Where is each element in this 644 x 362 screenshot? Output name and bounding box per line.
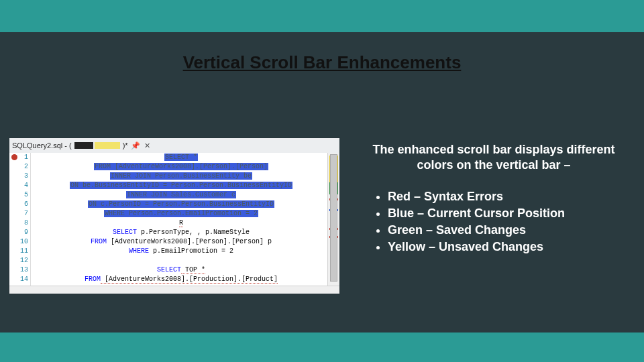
slide-title: Vertical Scroll Bar Enhancements (183, 52, 462, 73)
tab-redaction-highlight (95, 142, 120, 149)
info-panel: The enhanced scroll bar displays differe… (353, 138, 635, 333)
code-text: INNER JOIN Person.BusinessEntity be (110, 172, 252, 180)
code-kw: SELECT (113, 229, 137, 236)
line-number: 13 (19, 265, 30, 275)
code-kw: FROM (85, 276, 101, 283)
line-number: 3 (19, 172, 30, 181)
code-text: INNER JOIN Sales.Customer c (126, 191, 236, 198)
code-area[interactable]: SELECT * FROM [AdventureWorks2008].[Pers… (31, 153, 327, 286)
editor-panel: SQLQuery2.sql - ( )* 📌 ✕ ⇳ 1 2 3 4 5 6 7… (9, 138, 339, 294)
line-number: 9 (19, 228, 30, 237)
main-row: SQLQuery2.sql - ( )* 📌 ✕ ⇳ 1 2 3 4 5 6 7… (0, 138, 644, 333)
legend-item-green: Green – Saved Changes (388, 223, 635, 237)
line-number: 7 (19, 209, 30, 219)
editor-tabbar: SQLQuery2.sql - ( )* 📌 ✕ (9, 138, 339, 153)
horizontal-scrollbar[interactable] (9, 286, 339, 294)
tab-redaction (74, 142, 93, 149)
code-text: [AdventureWorks2008].[Production].[Produ… (101, 276, 278, 284)
code-text: WHERE Person.Person.EmailPromotion = 2 (104, 210, 258, 217)
code-text: FROM [AdventureWorks2008].[Person].[Pers… (94, 163, 268, 170)
editor-body: ⇳ 1 2 3 4 5 6 7 8 9 10 11 12 13 14 (9, 153, 339, 286)
line-number: 14 (19, 275, 30, 284)
code-text: TOP * (181, 266, 205, 274)
line-number: 8 (19, 219, 30, 228)
legend-item-yellow: Yellow – Unsaved Changes (388, 240, 635, 254)
code-text: p.EmailPromotion = 2 (149, 247, 233, 255)
line-number: 1 (19, 153, 30, 162)
code-text: R (179, 219, 183, 227)
scroll-thumb[interactable] (330, 154, 337, 282)
code-kw: FROM (91, 238, 107, 245)
code-text: p.PersonType, , p.NameStyle (137, 229, 250, 236)
code-text: [AdventureWorks2008].[Person].[Person] p (107, 238, 272, 245)
editor-tab-suffix: )* (123, 141, 128, 149)
editor-tab[interactable]: SQLQuery2.sql - ( (12, 141, 72, 149)
code-text: ON c.PersonID = Person.Person.BusinessEn… (88, 200, 274, 208)
line-number: 12 (19, 256, 30, 265)
gutter: 1 2 3 4 5 6 7 8 9 10 11 12 13 14 (9, 153, 31, 286)
legend-list: Red – Syntax Errors Blue – Current Curso… (353, 190, 635, 254)
line-number: 6 (19, 200, 30, 209)
line-number: 2 (19, 162, 30, 172)
close-icon[interactable]: ✕ (144, 141, 150, 150)
code-text: SELECT * (164, 154, 198, 161)
breakpoint[interactable] (9, 153, 19, 162)
pin-icon[interactable]: 📌 (131, 141, 140, 150)
line-number: 5 (19, 190, 30, 200)
line-number: 4 (19, 181, 30, 190)
line-number: 10 (19, 237, 30, 247)
code-text: ON be.BusinessEntityID = Person.Person.B… (70, 182, 292, 189)
legend-item-blue: Blue – Current Cursor Position (388, 206, 635, 221)
code-text (35, 256, 327, 265)
vertical-scrollbar[interactable] (327, 153, 339, 286)
code-kw: WHERE (129, 247, 149, 255)
legend-item-red: Red – Syntax Errors (388, 190, 635, 204)
slide-content: Vertical Scroll Bar Enhancements SQLQuer… (0, 32, 644, 333)
info-description: The enhanced scroll bar displays differe… (353, 142, 635, 172)
line-number: 11 (19, 247, 30, 256)
code-kw: SELECT (157, 266, 181, 274)
